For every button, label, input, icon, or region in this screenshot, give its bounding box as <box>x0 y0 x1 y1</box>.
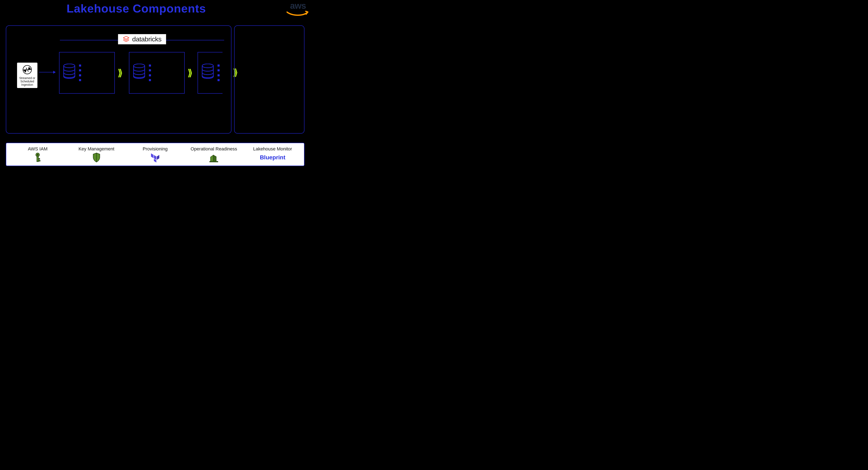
svg-rect-6 <box>38 158 40 159</box>
database-icon <box>201 64 214 81</box>
foundation-services-bar: AWS IAM Key Management Provisioning <box>6 143 305 166</box>
consumer-container <box>234 25 305 134</box>
aws-text: aws <box>286 1 309 11</box>
service-label: Key Management <box>67 146 126 152</box>
chevron-right-icon: ⟩⟩ <box>188 67 190 78</box>
database-icon <box>63 64 76 81</box>
arrow-icon <box>39 72 55 72</box>
databricks-badge: databricks <box>118 34 166 44</box>
pipeline-top-rule: databricks <box>60 40 224 40</box>
service-key-management: Key Management <box>67 146 126 163</box>
service-label: AWS IAM <box>8 146 67 152</box>
service-label: Provisioning <box>126 146 184 152</box>
databricks-label: databricks <box>132 35 162 43</box>
svg-point-2 <box>202 64 213 68</box>
terraform-icon <box>126 152 184 163</box>
database-icon <box>133 64 146 81</box>
service-provisioning: Provisioning <box>126 146 184 163</box>
page-title: Lakehouse Components <box>66 2 206 15</box>
key-icon <box>8 152 67 163</box>
building-icon <box>184 152 243 163</box>
service-label: Operational Readiness <box>184 146 243 152</box>
ingestion-label: Streamed or Scheduled Ingestion <box>18 76 37 86</box>
service-label: Lakehouse Monitor <box>243 146 302 152</box>
svg-point-4 <box>37 154 38 156</box>
svg-point-0 <box>64 64 75 68</box>
refresh-cycle-icon <box>22 64 33 76</box>
svg-point-1 <box>133 64 145 68</box>
dotted-divider <box>79 64 80 81</box>
ingestion-card: Streamed or Scheduled Ingestion <box>17 63 37 88</box>
service-aws-iam: AWS IAM <box>8 146 67 163</box>
chevron-right-icon: ⟩⟩ <box>118 67 121 78</box>
svg-rect-7 <box>38 160 40 161</box>
shield-icon <box>67 152 126 163</box>
svg-rect-5 <box>37 156 38 161</box>
aws-logo: aws <box>286 1 309 18</box>
dotted-divider <box>218 64 218 81</box>
aws-smile-icon <box>286 11 309 17</box>
svg-rect-8 <box>210 161 218 162</box>
service-lakehouse-monitor: Lakehouse Monitor Blueprint <box>243 146 302 163</box>
service-operational-readiness: Operational Readiness <box>184 146 243 163</box>
dotted-divider <box>149 64 149 81</box>
databricks-icon <box>123 36 130 43</box>
pipeline-container: databricks Streamed or Scheduled Ingesti… <box>6 25 231 134</box>
blueprint-brand: Blueprint <box>260 154 285 161</box>
